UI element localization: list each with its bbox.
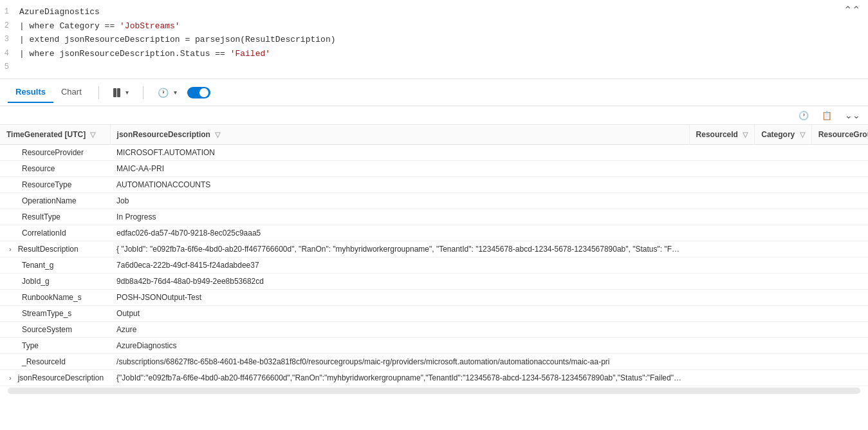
line-number: 1: [0, 6, 19, 17]
table-row: ResultTypeIn Progress: [0, 209, 868, 225]
code-line: 2| where Category == 'JobStreams': [0, 19, 868, 33]
table-row: CorrelationIdedfac026-da57-4b70-9218-8ec…: [0, 225, 868, 241]
col-header-resourceid: ResourceId ▽: [689, 125, 755, 145]
table-row: SourceSystemAzure: [0, 322, 868, 338]
line-number: 2: [0, 20, 19, 32]
row-key: ResourceType: [18, 180, 71, 189]
results-table: TimeGenerated [UTC] ▽jsonResourceDescrip…: [0, 125, 868, 386]
row-value: Job: [110, 193, 689, 209]
table-row: ResourceMAIC-AA-PRI: [0, 161, 868, 177]
status-bar: 🕐 📋 ⌄⌄: [0, 106, 868, 125]
table-row: _ResourceId/subscriptions/68627f8c-65b8-…: [0, 354, 868, 370]
group-columns-toggle[interactable]: [187, 87, 210, 98]
row-key: ResultDescription: [14, 245, 78, 254]
table-row: StreamType_sOutput: [0, 306, 868, 322]
row-key: _ResourceId: [18, 357, 66, 366]
clock-icon: 🕐: [158, 88, 169, 98]
table-row: OperationNameJob: [0, 193, 868, 209]
toggle-knob: [199, 88, 208, 97]
table-row: TypeAzureDiagnostics: [0, 338, 868, 354]
row-key: JobId_g: [18, 277, 50, 286]
filter-icon[interactable]: ▽: [215, 131, 220, 138]
row-key: Type: [18, 341, 39, 350]
expand-results-button[interactable]: ⌄⌄: [845, 110, 860, 120]
line-number: 5: [0, 61, 19, 73]
expand-row-button[interactable]: ›: [6, 245, 14, 253]
row-key: ResourceProvider: [18, 148, 84, 157]
table-row: RunbookName_sPOSH-JSONOutput-Test: [0, 290, 868, 306]
display-time-button[interactable]: 🕐 ▾: [152, 85, 182, 100]
code-line: 4| where jsonResourceDescription.Status …: [0, 47, 868, 61]
line-number: 4: [0, 48, 19, 59]
columns-button[interactable]: ▾: [108, 86, 134, 100]
records-item: 📋: [822, 111, 835, 120]
filter-icon[interactable]: ▽: [800, 131, 805, 138]
row-value: POSH-JSONOutput-Test: [110, 290, 689, 306]
row-key: RunbookName_s: [18, 293, 82, 302]
expand-row-button[interactable]: ›: [6, 374, 14, 382]
table-row: ›ResultDescription{ "JobId": "e092fb7a-6…: [0, 241, 868, 257]
status-right: 🕐 📋 ⌄⌄: [799, 110, 860, 120]
row-key: Resource: [18, 164, 55, 173]
row-value: 9db8a42b-76d4-48a0-b949-2ee8b53682cd: [110, 274, 689, 290]
row-value: MAIC-AA-PRI: [110, 161, 689, 177]
row-key: Tenant_g: [18, 261, 53, 270]
row-key: SourceSystem: [18, 325, 72, 334]
line-number: 3: [0, 33, 19, 45]
row-value: 7a6d0eca-222b-49cf-8415-f24adabdee37: [110, 257, 689, 274]
horizontal-scrollbar[interactable]: [8, 388, 860, 394]
row-key: jsonResourceDescription: [14, 373, 104, 382]
row-key: OperationName: [18, 196, 77, 205]
code-editor[interactable]: 1AzureDiagnostics2| where Category == 'J…: [0, 0, 868, 79]
col-header-resourcegroup: ResourceGroup ▽: [811, 125, 868, 145]
chevron-down-icon2: ▾: [174, 89, 177, 96]
table-row: Tenant_g7a6d0eca-222b-49cf-8415-f24adabd…: [0, 257, 868, 274]
collapse-editor-button[interactable]: ⌃⌃: [844, 4, 860, 16]
filter-icon[interactable]: ▽: [743, 131, 748, 138]
row-key: CorrelationId: [18, 229, 66, 238]
code-line: 5: [0, 61, 868, 73]
table-icon: 📋: [822, 111, 832, 120]
toolbar-divider: [98, 86, 99, 99]
row-value: AUTOMATIONACCOUNTS: [110, 177, 689, 193]
clock-icon2: 🕐: [799, 111, 809, 120]
duration-item: 🕐: [799, 111, 811, 120]
chevron-down-icon: ▾: [125, 89, 129, 96]
row-value: {"JobId":"e092fb7a-6f6e-4bd0-ab20-ff4677…: [110, 370, 689, 386]
table-row: ›jsonResourceDescription{"JobId":"e092fb…: [0, 370, 868, 386]
row-value: Output: [110, 306, 689, 322]
row-value: In Progress: [110, 209, 689, 225]
col-header-timegenerated: TimeGenerated [UTC] ▽: [0, 125, 110, 145]
tab-chart[interactable]: Chart: [53, 82, 89, 103]
table-row: ResourceTypeAUTOMATIONACCOUNTS: [0, 177, 868, 193]
row-value: { "JobId": "e092fb7a-6f6e-4bd0-ab20-ff46…: [110, 241, 689, 257]
results-table-container[interactable]: TimeGenerated [UTC] ▽jsonResourceDescrip…: [0, 125, 868, 430]
col-header-jsonresource: jsonResourceDescription ▽: [110, 125, 689, 145]
table-row: ResourceProviderMICROSOFT.AUTOMATION: [0, 145, 868, 161]
toolbar-divider2: [143, 86, 143, 99]
row-value: edfac026-da57-4b70-9218-8ec025c9aaa5: [110, 225, 689, 241]
row-key: StreamType_s: [18, 309, 71, 318]
table-row: JobId_g9db8a42b-76d4-48a0-b949-2ee8b5368…: [0, 274, 868, 290]
row-value: Azure: [110, 322, 689, 338]
code-line: 3| extend jsonResourceDescription = pars…: [0, 33, 868, 47]
row-key: ResultType: [18, 212, 60, 221]
tab-results[interactable]: Results: [8, 82, 53, 103]
columns-icon: [113, 88, 120, 97]
code-line: 1AzureDiagnostics: [0, 5, 868, 19]
col-header-category: Category ▽: [755, 125, 811, 145]
row-value: AzureDiagnostics: [110, 338, 689, 354]
filter-icon[interactable]: ▽: [90, 131, 95, 138]
row-value: MICROSOFT.AUTOMATION: [110, 145, 689, 161]
row-value: /subscriptions/68627f8c-65b8-4601-b48e-b…: [110, 354, 689, 370]
toolbar: ResultsChart ▾ 🕐 ▾: [0, 79, 868, 106]
